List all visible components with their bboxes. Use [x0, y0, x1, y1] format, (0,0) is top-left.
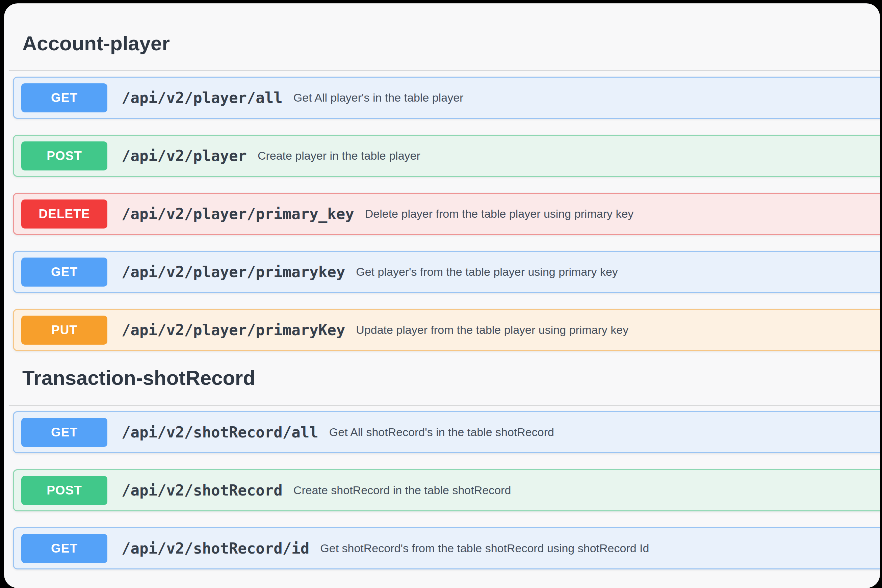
endpoint-path: /api/v2/player/primary_key: [122, 205, 354, 222]
endpoint-description: Update player from the table player usin…: [356, 323, 628, 336]
endpoint-path: /api/v2/shotRecord/all: [122, 424, 319, 441]
endpoint-row[interactable]: GET /api/v2/player/primarykey Get player…: [13, 251, 880, 293]
endpoint-path: /api/v2/player/all: [122, 89, 282, 106]
method-badge: GET: [21, 534, 107, 563]
method-badge: GET: [21, 258, 107, 286]
api-docs-panel: Account-player GET /api/v2/player/all Ge…: [4, 3, 880, 588]
endpoint-path: /api/v2/player/primaryKey: [122, 321, 345, 339]
endpoint-path: /api/v2/shotRecord: [122, 482, 282, 499]
section-title[interactable]: Account-player: [22, 32, 880, 55]
endpoint-path: /api/v2/player: [122, 147, 247, 164]
endpoint-row[interactable]: DELETE /api/v2/player/primary_key Delete…: [13, 193, 880, 235]
endpoint-path: /api/v2/player/primarykey: [122, 263, 345, 280]
section-title[interactable]: Transaction-shotRecord: [22, 367, 880, 389]
method-badge: GET: [21, 83, 107, 112]
endpoint-row[interactable]: PUT /api/v2/player/primaryKey Update pla…: [13, 309, 880, 351]
method-badge: POST: [21, 476, 107, 505]
endpoint-description: Get All shotRecord's in the table shotRe…: [329, 426, 554, 439]
endpoint-row[interactable]: GET /api/v2/shotRecord/id Get shotRecord…: [13, 527, 880, 569]
endpoint-description: Get player's from the table player using…: [356, 265, 618, 279]
api-tag-section: Transaction-shotRecord GET /api/v2/shotR…: [9, 367, 880, 569]
method-badge: POST: [21, 141, 107, 171]
api-tag-section: Account-player GET /api/v2/player/all Ge…: [9, 32, 880, 351]
method-badge: DELETE: [21, 200, 107, 228]
method-badge: GET: [21, 418, 107, 447]
endpoint-description: Create shotRecord in the table shotRecor…: [293, 484, 511, 497]
endpoint-row[interactable]: GET /api/v2/player/all Get All player's …: [13, 76, 880, 119]
endpoint-description: Get shotRecord's from the table shotReco…: [320, 542, 649, 555]
endpoint-description: Create player in the table player: [258, 149, 421, 162]
endpoint-list: GET /api/v2/player/all Get All player's …: [9, 71, 880, 351]
api-docs-content: Account-player GET /api/v2/player/all Ge…: [4, 32, 880, 569]
endpoint-row[interactable]: POST /api/v2/player Create player in the…: [13, 135, 880, 177]
endpoint-row[interactable]: POST /api/v2/shotRecord Create shotRecor…: [13, 469, 880, 512]
endpoint-description: Get All player's in the table player: [293, 91, 464, 104]
method-badge: PUT: [21, 316, 107, 345]
endpoint-description: Delete player from the table player usin…: [365, 207, 634, 220]
screenshot-root: Account-player GET /api/v2/player/all Ge…: [0, 0, 882, 588]
endpoint-path: /api/v2/shotRecord/id: [122, 540, 309, 557]
endpoint-list: GET /api/v2/shotRecord/all Get All shotR…: [9, 406, 880, 569]
endpoint-row[interactable]: GET /api/v2/shotRecord/all Get All shotR…: [13, 411, 880, 453]
